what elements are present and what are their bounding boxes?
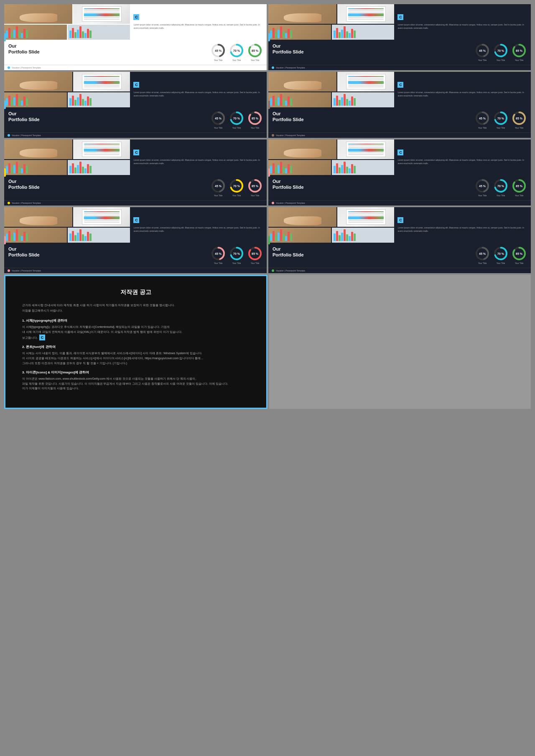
footer-dot [8, 66, 10, 69]
slide-footer: Vacation | Powerpoint Template [4, 268, 267, 273]
lorem-text: Lorem ipsum dolor sit amet, consectetur … [133, 23, 263, 30]
donut-item: 85 % Your Title [512, 43, 527, 61]
portfolio-title-block: OurPortfolio Slide [8, 43, 44, 55]
donut-item: 85 % Your Title [512, 111, 527, 129]
donut-percentage: 45 % [479, 49, 486, 52]
footer-text: Vacation | Powerpoint Template [12, 66, 41, 69]
donut-item: 70 % Your Title [493, 43, 508, 61]
donut-chart: 45 % [211, 178, 226, 193]
c-logo: C [397, 217, 403, 223]
portfolio-title-block: OurPortfolio Slide [273, 43, 308, 55]
donut-chart: 45 % [475, 178, 490, 193]
tab-indicator [4, 168, 6, 177]
photo-paper [337, 4, 394, 24]
donut-chart: 85 % [512, 43, 527, 58]
donut-title: Your Title [214, 194, 223, 197]
donut-title: Your Title [251, 262, 260, 264]
donut-percentage: 85 % [516, 185, 522, 188]
donut-percentage: 70 % [233, 252, 240, 255]
photo-paper [73, 140, 130, 159]
donut-percentage: 45 % [479, 185, 486, 188]
tab-indicator [4, 236, 6, 244]
slide-footer: Vacation | Powerpoint Template [268, 268, 531, 273]
c-logo: C [133, 217, 139, 223]
donut-chart: 45 % [211, 43, 226, 58]
slide-footer: Vacation | Powerpoint Template [4, 65, 267, 70]
copyright-section2: 2. 폰트[font]에 관하여 이 서체는 사이 내용이 정리, 이름 통과,… [22, 345, 250, 366]
portfolio-title: OurPortfolio Slide [273, 111, 308, 123]
photo-chart-right [332, 92, 395, 107]
donut-item: 70 % Your Title [229, 111, 244, 129]
donut-percentage: 85 % [252, 117, 258, 120]
donut-group: 45 % Your Title 70 % Your Title 85 % You… [211, 178, 262, 197]
photo-chart-right [68, 92, 130, 107]
donut-chart: 70 % [229, 246, 244, 261]
slide-card-8: C Lorem ipsum dolor sit amet, consectetu… [268, 207, 531, 273]
slide-bottom: OurPortfolio Slide 45 % Your Title [4, 243, 267, 268]
photo-hand [268, 72, 336, 91]
slide-top: C Lorem ipsum dolor sit amet, consectetu… [4, 207, 267, 243]
donut-chart: 85 % [512, 178, 527, 193]
donut-item: 70 % Your Title [493, 178, 508, 197]
donut-item: 85 % Your Title [247, 111, 262, 129]
footer-text: Vacation | Powerpoint Template [12, 134, 41, 137]
slide-top: C Lorem ipsum dolor sit amet, consectetu… [4, 72, 267, 107]
donut-title: Your Title [214, 262, 223, 264]
photo-hand [268, 207, 336, 227]
slide-footer: Vacation | Powerpoint Template [268, 132, 531, 138]
donut-percentage: 85 % [516, 252, 522, 255]
donut-item: 70 % Your Title [229, 43, 244, 61]
photo-chart-left [268, 25, 331, 40]
donut-chart: 70 % [493, 111, 508, 126]
photo-paper [337, 72, 394, 91]
donut-percentage: 70 % [497, 49, 504, 52]
donut-percentage: 45 % [215, 117, 222, 120]
photo-chart-right [332, 160, 395, 175]
donut-chart: 70 % [229, 111, 244, 126]
slide-bottom: OurPortfolio Slide 45 % Your Title [4, 107, 267, 132]
donut-percentage: 85 % [516, 49, 522, 52]
slide-footer: Vacation | Powerpoint Template [268, 65, 531, 70]
lorem-text: Lorem ipsum dolor sit amet, consectetur … [397, 23, 527, 30]
footer-dot [8, 134, 10, 137]
portfolio-title: OurPortfolio Slide [8, 246, 44, 258]
donut-title: Your Title [478, 262, 487, 264]
photo-paper [337, 207, 394, 227]
lorem-text: Lorem ipsum dolor sit amet, consectetur … [397, 159, 527, 165]
donut-percentage: 85 % [252, 49, 258, 52]
donut-title: Your Title [497, 194, 505, 197]
tab-indicator [4, 33, 6, 41]
donut-chart: 85 % [247, 111, 262, 126]
photo-paper [337, 140, 394, 159]
lorem-text: Lorem ipsum dolor sit amet, consectetur … [133, 159, 263, 165]
donut-percentage: 45 % [215, 49, 222, 52]
donut-title: Your Title [497, 262, 505, 264]
slide-content: C Lorem ipsum dolor sit amet, consectetu… [394, 72, 531, 107]
donut-item: 85 % Your Title [512, 246, 527, 264]
donut-group: 45 % Your Title 70 % Your Title 85 % You… [211, 43, 262, 61]
footer-dot [8, 269, 10, 272]
slide-card-1: C Lorem ipsum dolor sit amet, consectetu… [4, 4, 267, 70]
slide-card-7: C Lorem ipsum dolor sit amet, consectetu… [4, 207, 267, 273]
slide-content: C Lorem ipsum dolor sit amet, consectetu… [394, 4, 531, 40]
photo-chart-right [68, 228, 130, 243]
copyright-section3: 3. 아이콘[icons] & 이미지[images]에 관하여 이 아이콘은 … [22, 370, 250, 391]
slide-content: C Lorem ipsum dolor sit amet, consectetu… [130, 140, 267, 175]
donut-group: 45 % Your Title 70 % Your Title 85 % You… [475, 246, 527, 264]
photo-chart-left [4, 228, 67, 243]
lorem-text: Lorem ipsum dolor sit amet, consectetur … [133, 226, 263, 233]
photo-chart-right [68, 160, 130, 175]
portfolio-title: OurPortfolio Slide [273, 43, 308, 55]
slide-card-5: C Lorem ipsum dolor sit amet, consectetu… [4, 140, 267, 205]
donut-chart: 45 % [211, 246, 226, 261]
slide-content: C Lorem ipsum dolor sit amet, consectetu… [394, 140, 531, 175]
donut-percentage: 70 % [497, 252, 504, 255]
photo-hand [4, 4, 72, 24]
donut-title: Your Title [251, 59, 260, 61]
donut-percentage: 70 % [497, 117, 504, 120]
slide-footer: Vacation | Powerpoint Template [268, 200, 531, 205]
slide-footer: Vacation | Powerpoint Template [4, 132, 267, 138]
donut-title: Your Title [251, 194, 260, 197]
slide-top: C Lorem ipsum dolor sit amet, consectetu… [268, 140, 531, 175]
slide-bottom: OurPortfolio Slide 45 % Your Title [268, 107, 531, 132]
